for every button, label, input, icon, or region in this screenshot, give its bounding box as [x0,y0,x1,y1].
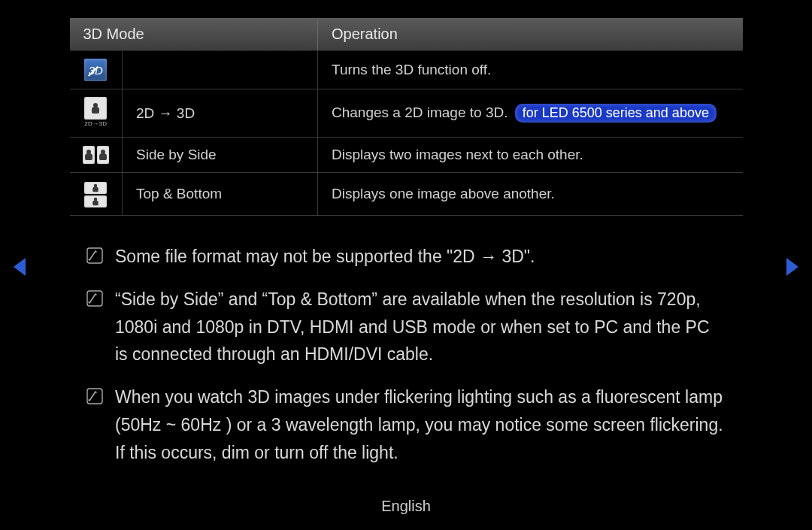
series-badge: for LED 6500 series and above [515,104,717,123]
note-icon [86,290,103,307]
manual-page: 3D Mode Operation 3D Turns the 3D functi… [0,0,812,530]
note-item: When you watch 3D images under flickerin… [86,383,726,466]
note-icon [86,247,103,264]
prev-page-arrow[interactable] [14,258,26,276]
note-item: “Side by Side” and “Top & Bottom” are av… [86,286,726,368]
mode-label: Top & Bottom [123,173,318,216]
page-language: English [0,498,812,515]
operation-text: Displays one image above another. [318,173,743,216]
table-row: 2D→3D 2D → 3D Changes a 2D image to 3D. … [70,89,743,138]
operation-text: Displays two images next to each other. [318,138,743,173]
operation-text: Changes a 2D image to 3D. for LED 6500 s… [318,89,743,138]
top-bottom-icon [84,182,107,207]
svg-rect-2 [87,389,102,404]
side-by-side-icon [83,146,109,164]
notes-section: Some file format may not be supported th… [86,243,726,467]
note-item: Some file format may not be supported th… [86,243,726,271]
table-row: Side by Side Displays two images next to… [70,138,743,173]
note-text: When you watch 3D images under flickerin… [115,383,726,466]
next-page-arrow[interactable] [786,258,798,276]
3d-off-icon: 3D [84,59,107,81]
note-text: “Side by Side” and “Top & Bottom” are av… [115,286,726,368]
svg-rect-0 [87,248,102,263]
note-icon [86,388,103,404]
operation-text: Turns the 3D function off. [318,51,743,89]
table-row: 3D Turns the 3D function off. [70,51,743,89]
table-row: Top & Bottom Displays one image above an… [70,173,743,216]
note-text: Some file format may not be supported th… [115,243,535,271]
table-header-operation: Operation [318,18,743,51]
2d-to-3d-icon: 2D→3D [84,97,107,127]
3d-mode-table: 3D Mode Operation 3D Turns the 3D functi… [70,18,743,216]
mode-label: Side by Side [123,138,318,173]
table-header-mode: 3D Mode [70,18,318,51]
mode-label: 2D → 3D [123,89,318,138]
mode-label [123,51,318,89]
svg-rect-1 [87,291,102,306]
